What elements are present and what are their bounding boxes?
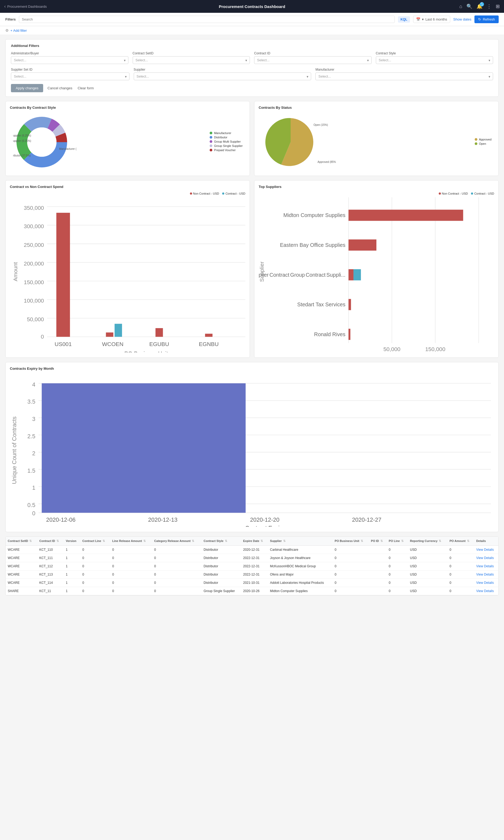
contract-id-select[interactable]: Select...	[254, 56, 372, 64]
apply-changes-button[interactable]: Apply changes	[11, 84, 43, 92]
table-cell: USD	[408, 554, 447, 562]
add-filter-link[interactable]: + Add filter	[11, 29, 27, 33]
table-cell: 1	[64, 570, 80, 578]
date-filter[interactable]: 📅 ▾ Last 6 months	[413, 16, 450, 23]
col-header-poamount[interactable]: PO Amount ⇅	[448, 537, 474, 546]
legend-label-manufacturer: Manufacturer	[214, 132, 231, 135]
table-row: WCAREKCT_1131000Distributor2022-12-31Ofe…	[5, 570, 499, 578]
manufacturer-select[interactable]: Select...	[316, 72, 493, 80]
grid-icon[interactable]: ⊞	[496, 3, 500, 9]
col-header-style[interactable]: Contract Style ⇅	[201, 537, 241, 546]
table-cell: 0	[110, 570, 152, 578]
col-header-setid[interactable]: Contract SetID ⇅	[5, 537, 37, 546]
kql-button[interactable]: KQL	[398, 16, 410, 23]
table-cell: 0	[386, 545, 408, 554]
table-cell: KCT_112	[37, 562, 64, 570]
search-icon[interactable]: 🔍	[466, 3, 472, 9]
svg-rect-46	[354, 269, 361, 280]
contract-vs-noncontract-title: Contract vs Non Contract Spend	[10, 185, 245, 189]
refresh-icon: ↻	[478, 17, 481, 21]
expiry-chart-svg: 4 3.5 3 2.5 2 1.5 1 0.5 0 2020-12-06 202…	[10, 374, 494, 527]
svg-rect-26	[156, 328, 163, 337]
table-row: WCAREKCT_1141000Distributor2021-10-31Add…	[5, 578, 499, 587]
filter-actions: Apply changes Cancel changes Clear form	[11, 84, 493, 92]
back-label: Procurement Dashboards	[7, 4, 47, 8]
col-header-supplier[interactable]: Supplier ⇅	[268, 537, 333, 546]
supplier-setid-select[interactable]: Select...	[11, 72, 129, 80]
cancel-changes-button[interactable]: Cancel changes	[46, 84, 73, 92]
view-details-link[interactable]: View Details	[474, 587, 499, 595]
clear-form-button[interactable]: Clear form	[77, 84, 95, 92]
table-cell: 0	[110, 562, 152, 570]
supplier-setid-field: Supplier Set ID Select...	[11, 68, 129, 80]
bar-legend: Non Contract - USD Contract - USD	[10, 192, 245, 195]
table-cell: 0	[332, 554, 369, 562]
col-header-expire[interactable]: Expire Date ⇅	[241, 537, 268, 546]
table-cell: 2022-12-31	[241, 570, 268, 578]
contract-vs-noncontract-card: Contract vs Non Contract Spend Non Contr…	[5, 180, 250, 358]
search-input[interactable]	[19, 16, 395, 23]
col-header-pobu[interactable]: PO Business Unit ⇅	[332, 537, 369, 546]
col-header-contractid[interactable]: Contract ID ⇅	[37, 537, 64, 546]
table-cell	[369, 562, 387, 570]
svg-text:Supplier: Supplier	[259, 262, 265, 282]
view-details-link[interactable]: View Details	[474, 562, 499, 570]
view-details-link[interactable]: View Details	[474, 578, 499, 587]
top-suppliers-card: Top Suppliers Non Contract - USD Contrac…	[254, 180, 499, 358]
col-header-version[interactable]: Version	[64, 537, 80, 546]
table-cell: 0	[332, 578, 369, 587]
col-header-poid[interactable]: PO ID ⇅	[369, 537, 387, 546]
more-icon[interactable]: ⋮	[487, 3, 491, 9]
svg-text:2020-12-20: 2020-12-20	[250, 517, 280, 523]
table-cell: 0	[332, 562, 369, 570]
contract-style-select[interactable]: Select...	[376, 56, 493, 64]
table-cell: 0	[110, 578, 152, 587]
legend-dot-group-multi	[210, 140, 212, 143]
table-cell: 0	[448, 578, 474, 587]
col-header-linerelease[interactable]: Line Release Amount ⇅	[110, 537, 152, 546]
table-cell: KCT_110	[37, 545, 64, 554]
contracts-table: Contract SetID ⇅ Contract ID ⇅ Version C…	[5, 537, 499, 595]
view-details-link[interactable]: View Details	[474, 570, 499, 578]
table-cell: 0	[386, 587, 408, 595]
pie-label-open: Open (15%)	[313, 123, 328, 126]
col-header-currency[interactable]: Reporting Currency ⇅	[408, 537, 447, 546]
col-header-poline[interactable]: PO Line ⇅	[386, 537, 408, 546]
table-cell: 0	[332, 570, 369, 578]
svg-text:EGNBU: EGNBU	[199, 341, 219, 347]
donut-chart-wrapper: upplier (6.25%) upplier (6.25%) Manufact…	[10, 113, 245, 171]
top-navigation: ‹ Procurement Dashboards Procurement Con…	[0, 0, 504, 13]
table-cell: KCT_114	[37, 578, 64, 587]
admin-buyer-select[interactable]: Select...	[11, 56, 128, 64]
legend-item-approved: Approved	[475, 138, 491, 141]
table-cell: 2022-12-31	[241, 562, 268, 570]
view-details-link[interactable]: View Details	[474, 545, 499, 554]
ts-dot-non-contract	[439, 192, 441, 195]
top-suppliers-svg: Midton Computer Supplies Eastern Bay Off…	[259, 197, 494, 352]
supplier-select[interactable]: Select...	[134, 72, 311, 80]
table-cell: USD	[408, 570, 447, 578]
ts-legend-contract: Contract - USD	[471, 192, 494, 195]
back-link[interactable]: ‹ Procurement Dashboards	[4, 4, 47, 9]
bell-icon[interactable]: 🔔 5	[476, 3, 482, 9]
legend-label-group-multi: Group Multi Supplier	[214, 140, 240, 143]
additional-filters-title: Additional Filters	[11, 44, 493, 48]
table-cell: 0	[152, 570, 201, 578]
table-cell: 1	[64, 587, 80, 595]
home-icon[interactable]: ⌂	[459, 4, 462, 9]
col-header-catrelease[interactable]: Category Release Amount ⇅	[152, 537, 201, 546]
col-header-line[interactable]: Contract Line ⇅	[80, 537, 110, 546]
refresh-button[interactable]: ↻ Refresh	[474, 16, 499, 23]
contract-setid-select[interactable]: Select...	[133, 56, 250, 64]
show-dates-button[interactable]: Show dates	[453, 17, 471, 21]
table-cell: 1	[64, 562, 80, 570]
view-details-link[interactable]: View Details	[474, 554, 499, 562]
contract-style-label: Contract Style	[376, 51, 493, 55]
table-cell: WCARE	[5, 554, 37, 562]
svg-text:EGUBU: EGUBU	[149, 341, 169, 347]
svg-text:Eastern Bay Office Supplies: Eastern Bay Office Supplies	[280, 242, 345, 248]
table-cell: 0	[110, 554, 152, 562]
table-cell: 0	[152, 554, 201, 562]
contracts-expiry-card: Contracts Expiry by Month 4 3.5 3 2.5 2 …	[5, 362, 499, 532]
legend-dot-distributor	[210, 136, 212, 139]
